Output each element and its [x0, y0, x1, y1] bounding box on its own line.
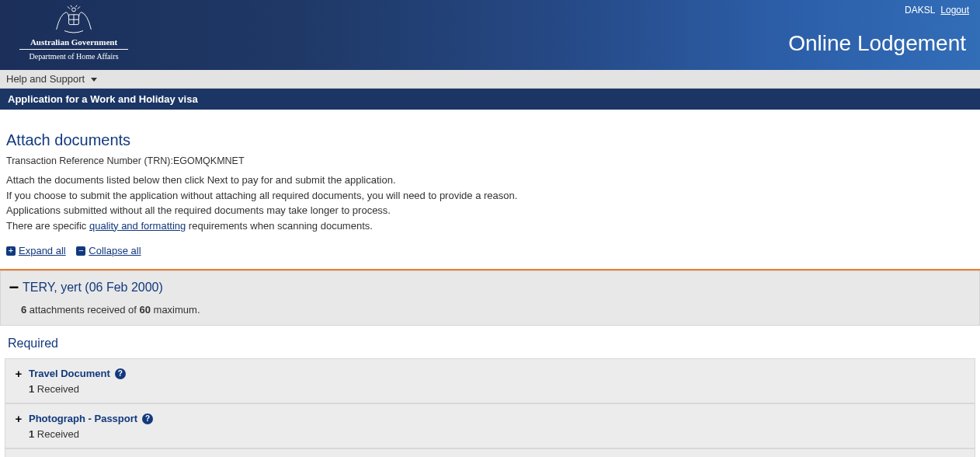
gov-line1: Australian Government [12, 37, 136, 47]
doc-title: Photograph - Passport [29, 413, 137, 424]
doc-title: Travel Document [29, 368, 110, 379]
applicant-panel: − TERY, yert (06 Feb 2000) 6 attachments… [0, 270, 980, 326]
doc-received-label: Received [34, 383, 79, 395]
logout-link[interactable]: Logout [940, 5, 969, 16]
user-label: DAKSL [905, 5, 935, 16]
count-mid: attachments received of [26, 304, 139, 316]
help-icon[interactable]: ? [115, 368, 126, 379]
expand-all-link[interactable]: + Expand all [6, 245, 66, 256]
trn-value: EGOMQKMNET [173, 155, 245, 166]
instruction-4: There are specific quality and formattin… [6, 218, 974, 234]
quality-formatting-link[interactable]: quality and formatting [89, 220, 186, 232]
attachment-count: 6 attachments received of 60 maximum. [21, 304, 971, 316]
count-suffix: maximum. [151, 304, 200, 316]
trn-prefix: Transaction Reference Number (TRN): [6, 155, 173, 166]
doc-list: + Travel Document ? 1 Received + Photogr… [5, 358, 975, 457]
minus-icon: − [76, 246, 85, 256]
doc-item-photograph-passport: + Photograph - Passport ? 1 Received [5, 403, 975, 448]
collapse-all-link[interactable]: − Collapse all [76, 245, 141, 256]
plus-icon: + [6, 246, 16, 256]
inst4-post: requirements when scanning documents. [186, 220, 373, 232]
gov-line2: Department of Home Affairs [12, 52, 136, 61]
inst4-pre: There are specific [6, 220, 89, 232]
gov-divider [19, 49, 128, 50]
expand-toggle-icon[interactable]: + [13, 367, 24, 380]
chevron-down-icon [91, 78, 97, 82]
instruction-2: If you choose to submit the application … [6, 188, 974, 204]
trn-line: Transaction Reference Number (TRN):EGOMQ… [6, 155, 974, 166]
expand-all-label: Expand all [19, 245, 66, 256]
page-heading: Attach documents [6, 131, 974, 149]
svg-point-1 [72, 8, 76, 12]
count-max: 60 [139, 304, 150, 316]
coat-of-arms-icon [48, 5, 99, 36]
help-menu-label: Help and Support [6, 73, 85, 85]
banner-user-block: DAKSL Logout [905, 5, 969, 16]
doc-received-label: Received [34, 428, 79, 440]
doc-head[interactable]: + Travel Document ? [13, 367, 967, 380]
brand-title: Online Lodgement [788, 31, 966, 56]
doc-head[interactable]: + Photograph - Passport ? [13, 412, 967, 425]
collapse-toggle-icon[interactable]: − [9, 282, 19, 293]
doc-received-line: 1 Received [29, 383, 967, 395]
expand-toggle-icon[interactable]: + [13, 412, 24, 425]
doc-item-evidence-of-funds: + Evidence of funds for stay in Australi… [5, 448, 975, 457]
applicant-header[interactable]: − TERY, yert (06 Feb 2000) [9, 281, 971, 295]
instruction-1: Attach the documents listed below then c… [6, 173, 974, 188]
application-title: Application for a Work and Holiday visa [0, 89, 980, 110]
gov-logo-block: Australian Government Department of Home… [12, 5, 136, 61]
expand-controls: + Expand all − Collapse all [6, 244, 974, 256]
doc-item-travel-document: + Travel Document ? 1 Received [5, 358, 975, 403]
content: Attach documents Transaction Reference N… [0, 110, 980, 264]
applicant-name: TERY, yert (06 Feb 2000) [23, 281, 163, 295]
instruction-3: Applications submitted without all the r… [6, 203, 974, 218]
help-and-support-menu[interactable]: Help and Support [6, 73, 97, 85]
collapse-all-label: Collapse all [89, 245, 141, 256]
menubar: Help and Support [0, 70, 980, 89]
required-heading: Required [0, 326, 980, 358]
doc-received-line: 1 Received [29, 428, 967, 440]
help-icon[interactable]: ? [142, 413, 153, 424]
banner: DAKSL Logout Australian Government Depar… [0, 0, 980, 70]
